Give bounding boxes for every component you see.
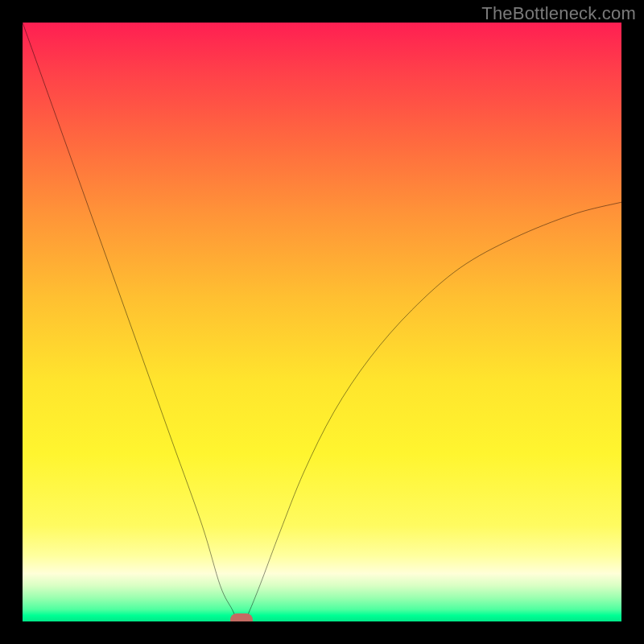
chart-frame: TheBottleneck.com <box>0 0 644 644</box>
plot-area <box>23 23 621 621</box>
curve-path <box>23 23 621 621</box>
bottleneck-curve <box>23 23 621 621</box>
watermark-text: TheBottleneck.com <box>481 3 636 24</box>
optimum-marker <box>230 613 253 621</box>
